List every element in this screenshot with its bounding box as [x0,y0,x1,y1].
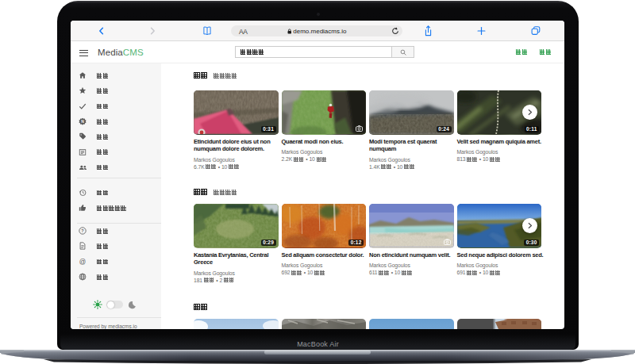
svg-text:@: @ [79,258,86,266]
svg-text:N: N [81,119,84,124]
svg-text:?: ? [81,228,83,233]
